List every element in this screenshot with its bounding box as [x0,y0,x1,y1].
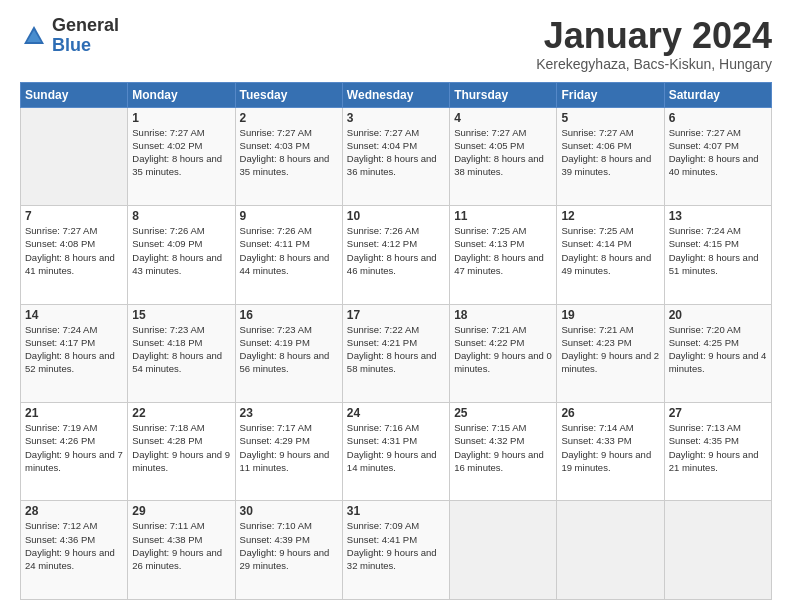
day-info: Sunrise: 7:13 AM Sunset: 4:35 PM Dayligh… [669,421,767,474]
calendar-cell: 29Sunrise: 7:11 AM Sunset: 4:38 PM Dayli… [128,501,235,600]
weekday-header-thursday: Thursday [450,82,557,107]
day-info: Sunrise: 7:27 AM Sunset: 4:03 PM Dayligh… [240,126,338,179]
calendar-cell [557,501,664,600]
calendar-cell: 22Sunrise: 7:18 AM Sunset: 4:28 PM Dayli… [128,403,235,501]
calendar-cell: 21Sunrise: 7:19 AM Sunset: 4:26 PM Dayli… [21,403,128,501]
weekday-header-friday: Friday [557,82,664,107]
day-info: Sunrise: 7:25 AM Sunset: 4:14 PM Dayligh… [561,224,659,277]
weekday-header-sunday: Sunday [21,82,128,107]
calendar-cell: 5Sunrise: 7:27 AM Sunset: 4:06 PM Daylig… [557,107,664,205]
calendar-cell: 6Sunrise: 7:27 AM Sunset: 4:07 PM Daylig… [664,107,771,205]
calendar-cell: 1Sunrise: 7:27 AM Sunset: 4:02 PM Daylig… [128,107,235,205]
calendar-cell [664,501,771,600]
day-number: 1 [132,111,230,125]
day-info: Sunrise: 7:18 AM Sunset: 4:28 PM Dayligh… [132,421,230,474]
logo-blue-text: Blue [52,36,119,56]
weekday-header-saturday: Saturday [664,82,771,107]
day-info: Sunrise: 7:25 AM Sunset: 4:13 PM Dayligh… [454,224,552,277]
day-info: Sunrise: 7:24 AM Sunset: 4:15 PM Dayligh… [669,224,767,277]
day-number: 6 [669,111,767,125]
day-info: Sunrise: 7:19 AM Sunset: 4:26 PM Dayligh… [25,421,123,474]
day-number: 7 [25,209,123,223]
day-number: 25 [454,406,552,420]
calendar-cell: 13Sunrise: 7:24 AM Sunset: 4:15 PM Dayli… [664,206,771,304]
day-info: Sunrise: 7:12 AM Sunset: 4:36 PM Dayligh… [25,519,123,572]
day-info: Sunrise: 7:27 AM Sunset: 4:02 PM Dayligh… [132,126,230,179]
weekday-header-row: SundayMondayTuesdayWednesdayThursdayFrid… [21,82,772,107]
calendar-cell: 12Sunrise: 7:25 AM Sunset: 4:14 PM Dayli… [557,206,664,304]
day-info: Sunrise: 7:23 AM Sunset: 4:19 PM Dayligh… [240,323,338,376]
day-number: 27 [669,406,767,420]
calendar-cell [21,107,128,205]
day-number: 21 [25,406,123,420]
day-number: 30 [240,504,338,518]
day-info: Sunrise: 7:26 AM Sunset: 4:09 PM Dayligh… [132,224,230,277]
weekday-header-wednesday: Wednesday [342,82,449,107]
calendar-cell: 9Sunrise: 7:26 AM Sunset: 4:11 PM Daylig… [235,206,342,304]
calendar-cell: 15Sunrise: 7:23 AM Sunset: 4:18 PM Dayli… [128,304,235,402]
day-number: 14 [25,308,123,322]
logo-icon [20,22,48,50]
day-number: 26 [561,406,659,420]
day-info: Sunrise: 7:11 AM Sunset: 4:38 PM Dayligh… [132,519,230,572]
day-number: 28 [25,504,123,518]
month-title: January 2024 [536,16,772,56]
calendar-body: 1Sunrise: 7:27 AM Sunset: 4:02 PM Daylig… [21,107,772,599]
calendar-cell [450,501,557,600]
day-number: 8 [132,209,230,223]
day-info: Sunrise: 7:17 AM Sunset: 4:29 PM Dayligh… [240,421,338,474]
day-info: Sunrise: 7:09 AM Sunset: 4:41 PM Dayligh… [347,519,445,572]
day-number: 9 [240,209,338,223]
day-info: Sunrise: 7:10 AM Sunset: 4:39 PM Dayligh… [240,519,338,572]
day-info: Sunrise: 7:27 AM Sunset: 4:07 PM Dayligh… [669,126,767,179]
day-number: 18 [454,308,552,322]
logo: General Blue [20,16,119,56]
weekday-header-tuesday: Tuesday [235,82,342,107]
calendar-cell: 25Sunrise: 7:15 AM Sunset: 4:32 PM Dayli… [450,403,557,501]
calendar-table: SundayMondayTuesdayWednesdayThursdayFrid… [20,82,772,600]
day-info: Sunrise: 7:27 AM Sunset: 4:04 PM Dayligh… [347,126,445,179]
day-info: Sunrise: 7:26 AM Sunset: 4:12 PM Dayligh… [347,224,445,277]
calendar-cell: 10Sunrise: 7:26 AM Sunset: 4:12 PM Dayli… [342,206,449,304]
calendar-cell: 27Sunrise: 7:13 AM Sunset: 4:35 PM Dayli… [664,403,771,501]
day-number: 20 [669,308,767,322]
weekday-header-monday: Monday [128,82,235,107]
calendar-cell: 14Sunrise: 7:24 AM Sunset: 4:17 PM Dayli… [21,304,128,402]
day-number: 2 [240,111,338,125]
header: General Blue January 2024 Kerekegyhaza, … [20,16,772,72]
day-info: Sunrise: 7:20 AM Sunset: 4:25 PM Dayligh… [669,323,767,376]
calendar-week-row: 7Sunrise: 7:27 AM Sunset: 4:08 PM Daylig… [21,206,772,304]
day-info: Sunrise: 7:23 AM Sunset: 4:18 PM Dayligh… [132,323,230,376]
day-info: Sunrise: 7:27 AM Sunset: 4:05 PM Dayligh… [454,126,552,179]
day-number: 16 [240,308,338,322]
calendar-cell: 19Sunrise: 7:21 AM Sunset: 4:23 PM Dayli… [557,304,664,402]
day-number: 24 [347,406,445,420]
calendar-cell: 26Sunrise: 7:14 AM Sunset: 4:33 PM Dayli… [557,403,664,501]
day-info: Sunrise: 7:26 AM Sunset: 4:11 PM Dayligh… [240,224,338,277]
day-number: 19 [561,308,659,322]
calendar-week-row: 28Sunrise: 7:12 AM Sunset: 4:36 PM Dayli… [21,501,772,600]
calendar-header: SundayMondayTuesdayWednesdayThursdayFrid… [21,82,772,107]
calendar-cell: 30Sunrise: 7:10 AM Sunset: 4:39 PM Dayli… [235,501,342,600]
calendar-cell: 28Sunrise: 7:12 AM Sunset: 4:36 PM Dayli… [21,501,128,600]
calendar-cell: 31Sunrise: 7:09 AM Sunset: 4:41 PM Dayli… [342,501,449,600]
day-info: Sunrise: 7:27 AM Sunset: 4:06 PM Dayligh… [561,126,659,179]
calendar-cell: 8Sunrise: 7:26 AM Sunset: 4:09 PM Daylig… [128,206,235,304]
day-info: Sunrise: 7:16 AM Sunset: 4:31 PM Dayligh… [347,421,445,474]
day-number: 23 [240,406,338,420]
day-number: 31 [347,504,445,518]
day-number: 3 [347,111,445,125]
calendar-week-row: 14Sunrise: 7:24 AM Sunset: 4:17 PM Dayli… [21,304,772,402]
calendar-cell: 4Sunrise: 7:27 AM Sunset: 4:05 PM Daylig… [450,107,557,205]
title-block: January 2024 Kerekegyhaza, Bacs-Kiskun, … [536,16,772,72]
day-number: 11 [454,209,552,223]
day-info: Sunrise: 7:21 AM Sunset: 4:23 PM Dayligh… [561,323,659,376]
logo-general-text: General [52,16,119,36]
day-number: 10 [347,209,445,223]
calendar-cell: 11Sunrise: 7:25 AM Sunset: 4:13 PM Dayli… [450,206,557,304]
page: General Blue January 2024 Kerekegyhaza, … [0,0,792,612]
day-number: 13 [669,209,767,223]
calendar-cell: 18Sunrise: 7:21 AM Sunset: 4:22 PM Dayli… [450,304,557,402]
calendar-cell: 16Sunrise: 7:23 AM Sunset: 4:19 PM Dayli… [235,304,342,402]
day-info: Sunrise: 7:15 AM Sunset: 4:32 PM Dayligh… [454,421,552,474]
